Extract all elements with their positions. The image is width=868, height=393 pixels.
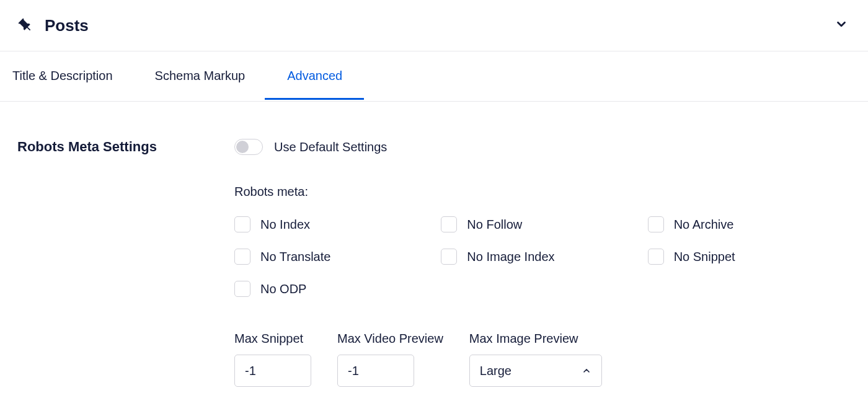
settings-row: Robots Meta Settings Use Default Setting…	[17, 139, 851, 387]
select-value: Large	[480, 364, 512, 378]
checkbox-input[interactable]	[234, 249, 250, 265]
max-image-preview-select[interactable]: Large	[469, 355, 602, 387]
max-image-preview-group: Max Image Preview Large	[469, 332, 602, 387]
checkbox-label: No Translate	[260, 250, 330, 264]
toggle-label: Use Default Settings	[274, 140, 387, 154]
page-title: Posts	[45, 16, 89, 35]
checkbox-input[interactable]	[648, 249, 664, 265]
checkbox-no-image-index: No Image Index	[441, 249, 622, 265]
robots-meta-label: Robots meta:	[234, 185, 851, 199]
tabs: Title & Description Schema Markup Advanc…	[0, 51, 868, 102]
pin-icon	[17, 17, 33, 33]
checkbox-label: No Image Index	[467, 250, 554, 264]
max-snippet-group: Max Snippet	[234, 332, 311, 387]
max-settings-row: Max Snippet Max Video Preview Max Image …	[234, 332, 851, 387]
header-left: Posts	[17, 16, 89, 35]
input-label: Max Image Preview	[469, 332, 602, 346]
toggle-knob	[236, 141, 249, 153]
checkbox-label: No Follow	[467, 218, 522, 232]
checkbox-label: No Archive	[674, 218, 734, 232]
control-column: Use Default Settings Robots meta: No Ind…	[234, 139, 851, 387]
checkbox-label: No ODP	[260, 282, 306, 296]
checkbox-input[interactable]	[441, 216, 457, 232]
panel-header: Posts	[0, 0, 868, 51]
checkbox-no-snippet: No Snippet	[648, 249, 830, 265]
checkbox-no-odp: No ODP	[234, 281, 416, 297]
checkbox-no-translate: No Translate	[234, 249, 416, 265]
input-label: Max Video Preview	[337, 332, 443, 346]
default-settings-toggle[interactable]	[234, 139, 263, 155]
tab-schema-markup[interactable]: Schema Markup	[155, 51, 268, 101]
collapse-toggle[interactable]	[832, 15, 851, 36]
label-column: Robots Meta Settings	[17, 139, 234, 155]
checkbox-no-follow: No Follow	[441, 216, 622, 232]
checkbox-no-archive: No Archive	[648, 216, 830, 232]
max-video-preview-group: Max Video Preview	[337, 332, 443, 387]
tab-advanced[interactable]: Advanced	[287, 51, 365, 101]
checkbox-input[interactable]	[234, 281, 250, 297]
checkbox-label: No Snippet	[674, 250, 735, 264]
content: Robots Meta Settings Use Default Setting…	[0, 102, 868, 393]
tab-title-description[interactable]: Title & Description	[12, 51, 135, 101]
checkbox-no-index: No Index	[234, 216, 416, 232]
checkbox-input[interactable]	[648, 216, 664, 232]
checkbox-input[interactable]	[234, 216, 250, 232]
max-snippet-input[interactable]	[234, 355, 311, 387]
default-settings-toggle-row: Use Default Settings	[234, 139, 851, 155]
checkbox-input[interactable]	[441, 249, 457, 265]
chevron-up-icon	[582, 366, 591, 376]
robots-meta-checkboxes: No Index No Follow No Archive No Transla…	[234, 216, 830, 297]
input-label: Max Snippet	[234, 332, 311, 346]
checkbox-label: No Index	[260, 218, 310, 232]
section-title: Robots Meta Settings	[17, 139, 234, 155]
max-video-preview-input[interactable]	[337, 355, 414, 387]
